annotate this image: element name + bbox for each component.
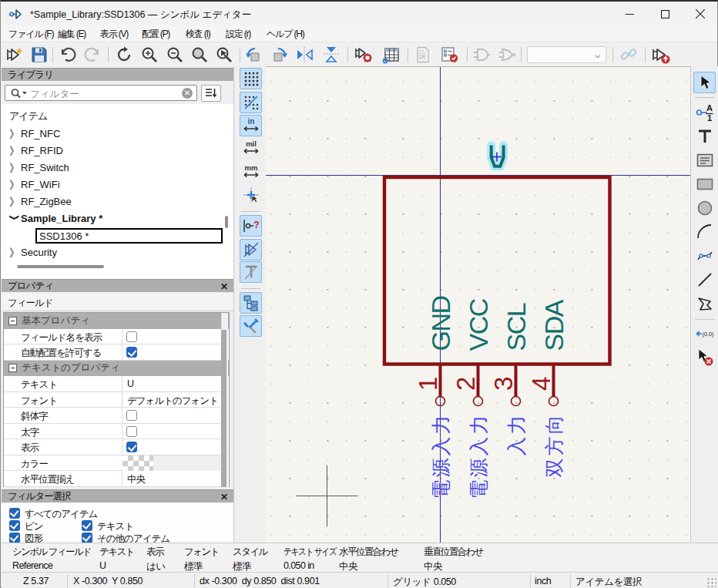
halign-value[interactable]: 中央 bbox=[127, 473, 145, 486]
color-swatch[interactable] bbox=[122, 455, 223, 471]
chevron-down-icon[interactable]: ❯ bbox=[6, 214, 20, 223]
redo-button[interactable] bbox=[83, 45, 103, 65]
library-tree-item-rf-switch[interactable]: ❯ RF_Switch bbox=[2, 160, 233, 176]
save-button[interactable] bbox=[29, 45, 49, 65]
resize-grip[interactable] bbox=[706, 577, 716, 587]
bezier-tool-button[interactable] bbox=[693, 245, 716, 267]
symbol-check-button[interactable] bbox=[440, 45, 460, 65]
properties-scrollbar-track[interactable] bbox=[221, 313, 228, 487]
arc-tool-button[interactable] bbox=[693, 221, 716, 243]
units-inches-button[interactable]: in bbox=[240, 115, 262, 136]
minimize-button[interactable] bbox=[612, 3, 647, 25]
line-tool-button[interactable] bbox=[693, 269, 716, 291]
prop-row-halign[interactable]: 水平位置揃え 中央 bbox=[4, 471, 229, 487]
symbol-properties-button[interactable] bbox=[354, 45, 374, 65]
delete-tool-button[interactable] bbox=[693, 347, 716, 368]
editor-canvas[interactable]: 1 2 3 4 GND VCC SCL SDA 電源入力 電源入力 入力 bbox=[266, 66, 690, 543]
circle-tool-button[interactable] bbox=[693, 197, 716, 219]
maximize-button[interactable] bbox=[647, 3, 683, 25]
library-tree-item-rf-zigbee[interactable]: ❯ RF_ZigBee bbox=[2, 193, 233, 210]
filter-pins-checkbox[interactable] bbox=[9, 520, 20, 531]
library-tree-item-rf-rfid[interactable]: ❯ RF_RFID bbox=[2, 143, 233, 160]
filter-other-items-checkbox[interactable] bbox=[82, 533, 92, 543]
italic-checkbox[interactable] bbox=[126, 410, 137, 421]
refresh-view-button[interactable] bbox=[114, 45, 134, 65]
menu-file[interactable]: ファイル (F) bbox=[8, 28, 53, 41]
visible-checkbox[interactable] bbox=[126, 442, 137, 452]
filter-text-checkbox[interactable] bbox=[82, 520, 92, 531]
grid-overrides-button[interactable] bbox=[240, 92, 262, 113]
show-pin-electrical-type-button[interactable]: ? bbox=[240, 215, 262, 237]
datasheet-button[interactable] bbox=[413, 45, 433, 65]
bold-checkbox[interactable] bbox=[126, 426, 137, 437]
zoom-in-button[interactable] bbox=[139, 45, 159, 65]
mirror-vertical-button[interactable] bbox=[321, 45, 341, 65]
menu-inspect[interactable]: 検査 (I) bbox=[186, 28, 210, 41]
font-value[interactable]: デフォルトのフォント bbox=[127, 395, 218, 408]
chevron-right-icon[interactable]: ❯ bbox=[8, 161, 18, 175]
library-filter-input[interactable]: フィルター ✕ bbox=[5, 85, 197, 101]
sync-pins-button[interactable] bbox=[619, 45, 639, 65]
prop-row-italic[interactable]: 斜体字 bbox=[4, 408, 229, 424]
pin-table-button[interactable] bbox=[381, 45, 401, 65]
text-tool-button[interactable] bbox=[693, 126, 716, 147]
menu-edit[interactable]: 編集 (E) bbox=[58, 28, 86, 41]
library-tree-item-sample-library[interactable]: ❯ Sample_Library * bbox=[2, 210, 233, 227]
prop-row-font[interactable]: フォント デフォルトのフォント bbox=[4, 392, 229, 408]
library-tree-item-ssd1306[interactable]: SSD1306 * bbox=[2, 227, 233, 244]
show-hidden-pins-button[interactable] bbox=[240, 239, 262, 260]
library-sort-button[interactable] bbox=[201, 85, 221, 102]
rectangle-tool-button[interactable] bbox=[693, 173, 716, 195]
new-symbol-button[interactable] bbox=[5, 45, 25, 65]
prop-row-color[interactable]: カラー bbox=[4, 455, 229, 472]
menu-help[interactable]: ヘルプ (H) bbox=[267, 28, 304, 41]
zoom-fit-button[interactable] bbox=[190, 45, 210, 65]
demorgan-standard-button[interactable] bbox=[471, 45, 492, 65]
text-value[interactable]: U bbox=[127, 378, 133, 389]
menu-place[interactable]: 配置 (P) bbox=[142, 28, 169, 41]
close-icon[interactable]: ✕ bbox=[220, 492, 228, 502]
chevron-right-icon[interactable]: ❯ bbox=[8, 178, 18, 192]
library-tree-item-security[interactable]: ❯ Security bbox=[2, 244, 233, 261]
chevron-right-icon[interactable]: ❯ bbox=[8, 246, 18, 260]
prop-row-text[interactable]: テキスト U bbox=[4, 376, 229, 392]
export-symbol-button[interactable] bbox=[651, 45, 671, 65]
show-hidden-text-button[interactable] bbox=[240, 261, 262, 283]
units-mils-button[interactable]: mil bbox=[240, 137, 262, 159]
rotate-cw-button[interactable] bbox=[269, 45, 289, 65]
filter-graphics-checkbox[interactable] bbox=[9, 533, 20, 543]
demorgan-alternate-button[interactable] bbox=[497, 45, 517, 65]
show-field-name-checkbox[interactable] bbox=[126, 331, 137, 342]
library-vertical-scrollbar[interactable] bbox=[225, 216, 228, 228]
polygon-tool-button[interactable] bbox=[693, 293, 716, 314]
prop-row-show-field-name[interactable]: フィールド名を表示 bbox=[4, 329, 229, 345]
undo-button[interactable] bbox=[57, 45, 77, 65]
chevron-right-icon[interactable]: ❯ bbox=[8, 127, 18, 141]
prop-row-bold[interactable]: 太字 bbox=[4, 424, 229, 440]
mirror-horizontal-button[interactable] bbox=[295, 45, 315, 65]
unit-select-dropdown[interactable] bbox=[527, 46, 606, 63]
select-tool-button[interactable] bbox=[693, 72, 716, 93]
crosshair-cursor-button[interactable] bbox=[240, 184, 262, 206]
show-properties-panel-button[interactable] bbox=[240, 315, 262, 337]
chevron-right-icon[interactable]: ❯ bbox=[8, 144, 18, 158]
show-library-tree-button[interactable] bbox=[240, 292, 262, 314]
collapse-icon[interactable] bbox=[8, 364, 17, 372]
clear-filter-icon[interactable]: ✕ bbox=[182, 88, 193, 99]
close-icon[interactable]: ✕ bbox=[220, 281, 228, 292]
library-horizontal-scrollbar[interactable] bbox=[17, 265, 104, 268]
units-mm-button[interactable]: mm bbox=[240, 161, 262, 183]
library-tree-item-rf-nfc[interactable]: ❯ RF_NFC bbox=[2, 126, 233, 143]
library-tree-item-rf-wifi[interactable]: ❯ RF_WiFi bbox=[2, 176, 233, 193]
menu-view[interactable]: 表示 (V) bbox=[100, 28, 128, 41]
menu-preferences[interactable]: 設定 (r) bbox=[226, 28, 250, 41]
prop-row-allow-autoplace[interactable]: 自動配置を許可する bbox=[4, 344, 229, 361]
close-button[interactable] bbox=[683, 3, 718, 25]
properties-scrollbar-thumb[interactable] bbox=[221, 330, 226, 487]
anchor-tool-button[interactable]: (0,0) bbox=[693, 323, 716, 344]
section-text-properties[interactable]: テキストのプロパティ bbox=[4, 361, 229, 377]
textbox-tool-button[interactable] bbox=[693, 150, 716, 171]
symbol-name-editbox[interactable]: SSD1306 * bbox=[35, 228, 223, 244]
prop-row-visible[interactable]: 表示 bbox=[4, 439, 229, 455]
chevron-right-icon[interactable]: ❯ bbox=[8, 195, 18, 209]
